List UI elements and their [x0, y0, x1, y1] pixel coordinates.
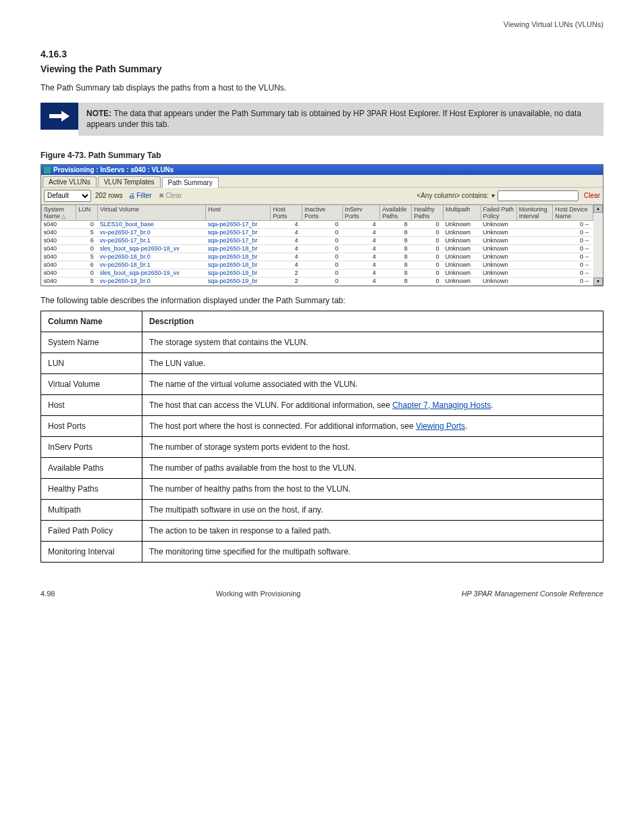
clear-filter-button[interactable]: Clear	[584, 192, 600, 199]
table-cell: sqa-pe2650-17_br	[206, 236, 271, 244]
table-cell: 4	[271, 261, 302, 269]
column-header[interactable]: Host Ports	[271, 205, 302, 220]
column-header[interactable]: Host Device Name	[553, 205, 593, 220]
table-cell: sles_boot_sqa-pe2650-18_vv	[98, 244, 206, 253]
column-header[interactable]: Multipath	[444, 205, 481, 220]
desc-header-name: Column Name	[41, 311, 142, 332]
table-row[interactable]: s0406vv-pe2650-18_br.1sqa-pe2650-18_br40…	[42, 261, 593, 269]
tab-vlun-templates[interactable]: VLUN Templates	[98, 176, 161, 187]
table-cell: s040	[42, 236, 76, 244]
table-cell: 0	[302, 236, 343, 244]
column-header[interactable]: Host	[206, 205, 271, 220]
column-header[interactable]: Inactive Ports	[302, 205, 343, 220]
table-row[interactable]: s0400sles_boot_sqa-pe2650-19_vvsqa-pe265…	[42, 269, 593, 277]
table-cell: Unknown	[481, 277, 516, 285]
table-cell: Unknown	[481, 253, 516, 261]
filter-button[interactable]: 🖨 Filter	[128, 192, 152, 199]
desc-text: The action to be taken in response to a …	[142, 520, 603, 541]
note-arrow-icon	[41, 103, 78, 130]
desc-text: The monitoring time specified for the mu…	[142, 541, 603, 562]
table-cell: vv-pe2650-19_br.0	[98, 277, 206, 285]
desc-row: Available PathsThe number of paths avail…	[41, 457, 603, 478]
table-cell: s040	[42, 220, 76, 228]
table-cell: 0 --	[553, 244, 593, 253]
table-cell: 0	[412, 261, 444, 269]
column-header[interactable]: Virtual Volume	[98, 205, 206, 220]
desc-name: InServ Ports	[41, 436, 142, 457]
table-cell: 4	[342, 236, 379, 244]
table-cell	[516, 244, 552, 253]
desc-name: Virtual Volume	[41, 373, 142, 394]
tab-path-summary[interactable]: Path Summary	[162, 177, 219, 188]
table-cell: Unknown	[444, 228, 481, 236]
table-row[interactable]: s0400SLES10_boot_basesqa-pe2650-17_br404…	[42, 220, 593, 228]
table-cell: 0	[76, 220, 98, 228]
column-header[interactable]: System Name △	[42, 205, 76, 220]
table-cell: 0	[412, 236, 444, 244]
column-header[interactable]: InServ Ports	[342, 205, 379, 220]
desc-row: LUNThe LUN value.	[41, 353, 603, 373]
desc-header-desc: Description	[142, 311, 603, 332]
table-cell: 0 --	[553, 236, 593, 244]
table-cell: 4	[342, 228, 379, 236]
table-cell	[516, 220, 552, 228]
page-footer: 4.98 Working with Provisioning HP 3PAR M…	[41, 590, 603, 598]
column-header[interactable]: Monitoring Interval	[516, 205, 552, 220]
vertical-scrollbar[interactable]: ▴ ▾	[593, 205, 603, 286]
table-row[interactable]: s0405vv-pe2650-17_br.0sqa-pe2650-17_br40…	[42, 228, 593, 236]
note-body: NOTE: The data that appears under the Pa…	[78, 103, 603, 135]
section-number: 4.16.3	[41, 49, 603, 59]
table-cell: Unknown	[481, 220, 516, 228]
table-cell: Unknown	[481, 228, 516, 236]
table-cell: sqa-pe2650-18_br	[206, 261, 271, 269]
table-cell: 4	[271, 244, 302, 253]
table-cell: Unknown	[444, 277, 481, 285]
table-cell: 0 --	[553, 261, 593, 269]
table-cell: Unknown	[481, 269, 516, 277]
footer-center: Working with Provisioning	[216, 590, 301, 598]
table-cell: 0	[76, 269, 98, 277]
table-cell: 2	[271, 269, 302, 277]
table-cell: s040	[42, 261, 76, 269]
table-cell: 5	[76, 253, 98, 261]
table-cell	[516, 277, 552, 285]
table-cell: Unknown	[481, 236, 516, 244]
table-cell: sqa-pe2650-18_br	[206, 253, 271, 261]
desc-name: Host Ports	[41, 415, 142, 436]
table-row[interactable]: s0406vv-pe2650-17_br.1sqa-pe2650-17_br40…	[42, 236, 593, 244]
scroll-up-icon[interactable]: ▴	[593, 205, 603, 213]
table-cell: sqa-pe2650-19_br	[206, 269, 271, 277]
table-cell: 0 --	[553, 220, 593, 228]
desc-row: System NameThe storage system that conta…	[41, 332, 603, 353]
preset-select[interactable]: Default	[44, 190, 91, 202]
table-row[interactable]: s0405vv-pe2650-19_br.0sqa-pe2650-19_br20…	[42, 277, 593, 285]
scroll-down-icon[interactable]: ▾	[593, 278, 603, 286]
column-header[interactable]: LUN	[76, 205, 98, 220]
note-block: NOTE: The data that appears under the Pa…	[41, 103, 603, 135]
contains-dropdown-icon[interactable]: ▾	[491, 192, 495, 199]
table-cell: 0	[302, 220, 343, 228]
column-header[interactable]: Healthy Paths	[412, 205, 444, 220]
table-cell: vv-pe2650-18_br.1	[98, 261, 206, 269]
table-cell: 8	[380, 228, 412, 236]
desc-row: MultipathThe multipath software in use o…	[41, 499, 603, 520]
table-cell: 4	[342, 253, 379, 261]
cross-reference-link[interactable]: Chapter 7, Managing Hosts	[392, 400, 491, 410]
table-row[interactable]: s0405vv-pe2650-18_br.0sqa-pe2650-18_br40…	[42, 253, 593, 261]
cross-reference-link[interactable]: Viewing Ports	[416, 421, 465, 431]
clear-button[interactable]: ✖ Clear	[159, 192, 182, 199]
contains-input[interactable]	[498, 190, 579, 201]
table-cell: 4	[271, 228, 302, 236]
table-cell: Unknown	[444, 253, 481, 261]
column-header[interactable]: Failed Path Policy	[481, 205, 516, 220]
table-cell: 8	[380, 277, 412, 285]
table-cell: 0	[76, 244, 98, 253]
desc-name: Monitoring Interval	[41, 541, 142, 562]
desc-name: Healthy Paths	[41, 478, 142, 499]
table-row[interactable]: s0400sles_boot_sqa-pe2650-18_vvsqa-pe265…	[42, 244, 593, 253]
column-header[interactable]: Available Paths	[380, 205, 412, 220]
table-cell	[516, 228, 552, 236]
table-cell: sqa-pe2650-17_br	[206, 228, 271, 236]
tab-active-vluns[interactable]: Active VLUNs	[43, 176, 97, 187]
table-cell: 2	[271, 277, 302, 285]
